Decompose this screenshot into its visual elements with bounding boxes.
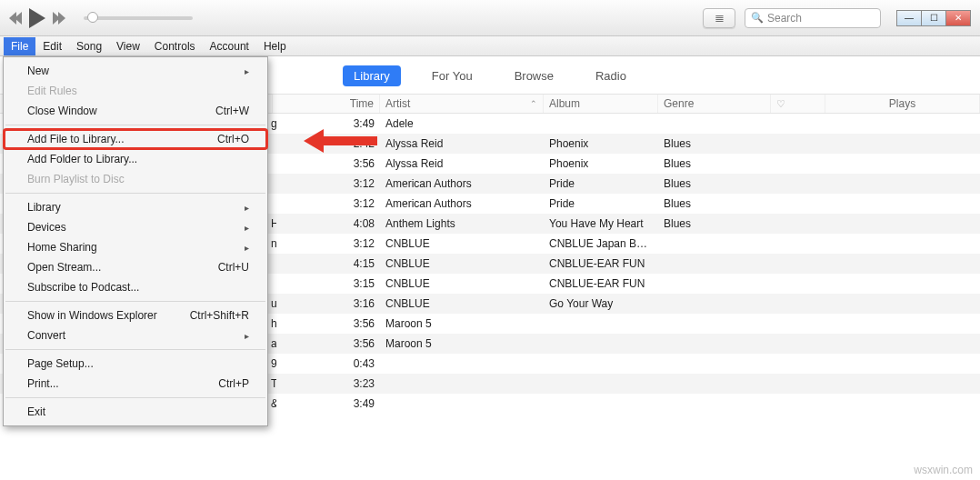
cell-album: CNBLUE-EAR FUN <box>544 257 658 270</box>
menu-item[interactable]: Exit <box>4 402 267 422</box>
cell-album: Pride <box>544 177 658 190</box>
menu-controls[interactable]: Controls <box>147 37 203 55</box>
menu-item: Edit Rules <box>4 81 267 101</box>
col-artist[interactable]: Artist⌃ <box>380 95 544 113</box>
cell-artist: Alyssa Reid <box>380 157 544 170</box>
menu-item[interactable]: Devices <box>4 217 267 237</box>
col-love[interactable]: ♡ <box>771 95 825 113</box>
menu-item-label: Library <box>27 201 61 214</box>
tab-browse[interactable]: Browse <box>504 65 565 86</box>
cell-genre: Blues <box>658 157 771 170</box>
menu-item[interactable]: Subscribe to Podcast... <box>4 277 267 297</box>
cell-album: Phoenix <box>544 137 658 150</box>
window-controls: — ☐ ✕ <box>897 10 971 26</box>
volume-slider[interactable] <box>84 16 193 20</box>
playback-controls <box>9 8 65 28</box>
menu-separator <box>5 397 265 398</box>
search-placeholder: Search <box>767 12 802 25</box>
cell-album: You Have My Heart <box>544 217 658 230</box>
menu-item[interactable]: Add Folder to Library... <box>4 149 267 169</box>
cell-artist: Maroon 5 <box>380 337 544 350</box>
cell-time: 3:16 <box>273 297 380 310</box>
cell-genre: Blues <box>658 197 771 210</box>
menu-item-shortcut: Ctrl+W <box>215 105 249 117</box>
menu-item-label: Devices <box>27 221 66 234</box>
cell-artist: Anthem Lights <box>380 217 544 230</box>
col-time[interactable]: Time <box>273 95 380 113</box>
cell-time: 3:23 <box>273 377 380 390</box>
menu-item-shortcut: Ctrl+P <box>218 377 249 390</box>
tab-radio[interactable]: Radio <box>585 65 637 86</box>
search-input[interactable]: 🔍 Search <box>745 8 881 28</box>
cell-time: 3:12 <box>273 237 380 250</box>
menu-item-label: Add Folder to Library... <box>27 153 137 165</box>
list-view-button[interactable]: ≣ <box>703 8 735 28</box>
menu-item-label: Convert <box>27 329 65 342</box>
menu-separator <box>5 193 265 194</box>
menu-item[interactable]: Home Sharing <box>4 237 267 257</box>
cell-genre: Blues <box>658 177 771 190</box>
cell-artist: CNBLUE <box>380 297 544 310</box>
menu-account[interactable]: Account <box>203 37 256 55</box>
menu-separator <box>5 301 265 302</box>
cell-time: 3:49 <box>273 117 380 130</box>
cell-time: 3:49 <box>273 397 380 410</box>
menu-item: Burn Playlist to Disc <box>4 169 267 189</box>
cell-genre: Blues <box>658 137 771 150</box>
menu-item[interactable]: Open Stream...Ctrl+U <box>4 257 267 277</box>
menu-item[interactable]: Library <box>4 197 267 217</box>
cell-album: Go Your Way <box>544 297 658 310</box>
cell-album: Phoenix <box>544 157 658 170</box>
menu-item-label: Open Stream... <box>27 261 101 274</box>
cell-artist: American Authors <box>380 197 544 210</box>
cell-album: CNBLUE-EAR FUN <box>544 277 658 290</box>
volume-thumb[interactable] <box>87 12 98 23</box>
menu-item-shortcut: Ctrl+Shift+R <box>190 309 249 322</box>
menu-song[interactable]: Song <box>69 37 109 55</box>
cell-time: 3:56 <box>273 337 380 350</box>
menu-item[interactable]: Show in Windows ExplorerCtrl+Shift+R <box>4 305 267 325</box>
cell-time: 4:15 <box>273 257 380 270</box>
cell-album: Pride <box>544 197 658 210</box>
file-menu-dropdown: NewEdit RulesClose WindowCtrl+WAdd File … <box>3 56 268 426</box>
col-plays[interactable]: Plays <box>825 95 980 113</box>
menu-item-label: New <box>27 65 49 77</box>
col-album[interactable]: Album <box>544 95 658 113</box>
search-icon: 🔍 <box>751 12 764 24</box>
menu-item-label: Page Setup... <box>27 357 94 370</box>
menu-edit[interactable]: Edit <box>35 37 69 55</box>
menu-item[interactable]: Convert <box>4 325 267 345</box>
menu-view[interactable]: View <box>109 37 147 55</box>
tab-for-you[interactable]: For You <box>421 65 484 86</box>
cell-genre: Blues <box>658 217 771 230</box>
next-button[interactable] <box>55 12 65 25</box>
close-button[interactable]: ✕ <box>945 10 971 26</box>
cell-artist: American Authors <box>380 177 544 190</box>
menu-item-label: Home Sharing <box>27 241 97 254</box>
heart-icon: ♡ <box>776 98 785 110</box>
cell-album: CNBLUE Japan Best... <box>544 237 658 250</box>
menu-item-label: Add File to Library... <box>27 133 125 145</box>
maximize-button[interactable]: ☐ <box>921 10 946 26</box>
menu-item-label: Show in Windows Explorer <box>27 309 157 322</box>
menu-item-shortcut: Ctrl+U <box>218 261 249 274</box>
menu-item-label: Exit <box>27 405 45 418</box>
menu-item[interactable]: Page Setup... <box>4 354 267 374</box>
cell-time: 4:08 <box>273 217 380 230</box>
menu-item[interactable]: New <box>4 61 267 81</box>
menu-item-shortcut: Ctrl+O <box>217 133 249 145</box>
cell-artist: Adele <box>380 117 544 130</box>
menu-file[interactable]: File <box>4 37 35 55</box>
cell-time: 3:15 <box>273 277 380 290</box>
play-button[interactable] <box>29 8 45 28</box>
previous-button[interactable] <box>9 12 20 25</box>
menu-help[interactable]: Help <box>256 37 294 55</box>
annotation-arrow <box>304 129 377 153</box>
menu-item[interactable]: Close WindowCtrl+W <box>4 101 267 121</box>
tab-library[interactable]: Library <box>343 65 401 86</box>
cell-time: 3:56 <box>273 317 380 330</box>
col-genre[interactable]: Genre <box>658 95 771 113</box>
minimize-button[interactable]: — <box>896 10 922 26</box>
menu-item[interactable]: Add File to Library...Ctrl+O <box>4 129 267 149</box>
menu-item[interactable]: Print...Ctrl+P <box>4 374 267 394</box>
